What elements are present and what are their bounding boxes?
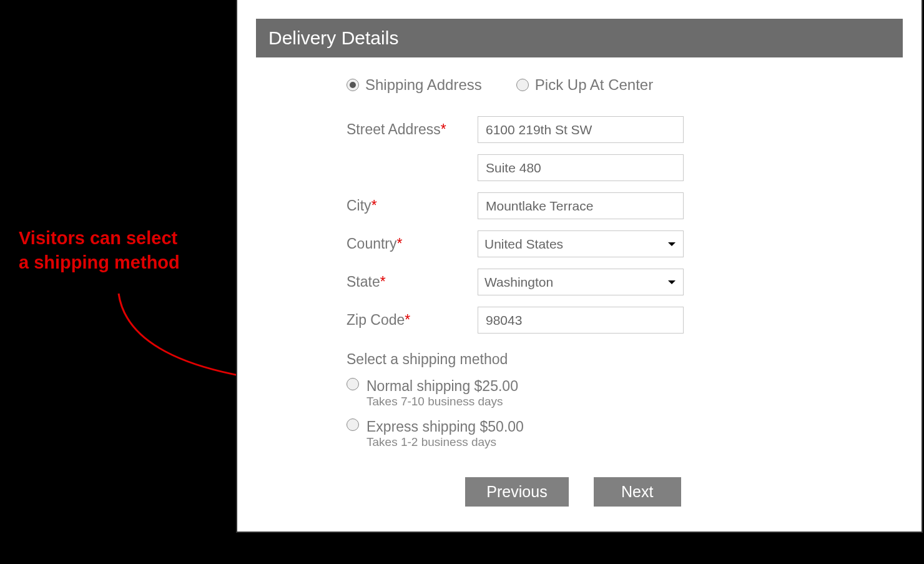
- radio-pickup-at-center[interactable]: Pick Up At Center: [516, 76, 653, 94]
- row-country: Country* United States: [346, 230, 909, 257]
- radio-icon: [346, 79, 359, 91]
- previous-button[interactable]: Previous: [465, 477, 568, 507]
- radio-icon: [516, 79, 529, 91]
- form-area: Shipping Address Pick Up At Center Stree…: [237, 57, 922, 507]
- row-city: City*: [346, 192, 909, 219]
- delivery-panel: Delivery Details Shipping Address Pick U…: [236, 0, 923, 533]
- country-select[interactable]: United States: [478, 230, 684, 257]
- label-city: City*: [346, 197, 478, 214]
- radio-label: Pick Up At Center: [535, 76, 653, 94]
- label-state: State*: [346, 274, 478, 290]
- button-row: Previous Next: [237, 477, 909, 507]
- delivery-mode-row: Shipping Address Pick Up At Center: [346, 76, 909, 94]
- street-address-line1-input[interactable]: [478, 116, 684, 143]
- annotation-text: Visitors can select a shipping method: [19, 226, 231, 275]
- shipping-option-express[interactable]: Express shipping $50.00 Takes 1-2 busine…: [346, 418, 909, 449]
- label-street: Street Address*: [346, 121, 478, 138]
- radio-icon: [346, 378, 359, 390]
- next-button[interactable]: Next: [594, 477, 681, 507]
- shipping-option-normal[interactable]: Normal shipping $25.00 Takes 7-10 busine…: [346, 378, 909, 408]
- radio-label: Shipping Address: [365, 76, 482, 94]
- shipping-option-sub: Takes 1-2 business days: [366, 435, 524, 449]
- state-select[interactable]: Washington: [478, 269, 684, 295]
- radio-icon: [346, 418, 359, 431]
- radio-shipping-address[interactable]: Shipping Address: [346, 76, 482, 94]
- shipping-option-sub: Takes 7-10 business days: [366, 395, 518, 408]
- row-zip: Zip Code*: [346, 307, 909, 334]
- city-input[interactable]: [478, 192, 684, 219]
- zip-code-input[interactable]: [478, 307, 684, 334]
- row-state: State* Washington: [346, 269, 909, 295]
- row-street2: [346, 154, 909, 181]
- label-zip: Zip Code*: [346, 312, 478, 329]
- shipping-method-section-label: Select a shipping method: [346, 351, 909, 368]
- panel-title: Delivery Details: [256, 19, 903, 57]
- row-street: Street Address*: [346, 116, 909, 143]
- shipping-option-title: Normal shipping $25.00: [366, 378, 518, 395]
- label-country: Country*: [346, 235, 478, 252]
- shipping-option-title: Express shipping $50.00: [366, 418, 524, 435]
- street-address-line2-input[interactable]: [478, 154, 684, 181]
